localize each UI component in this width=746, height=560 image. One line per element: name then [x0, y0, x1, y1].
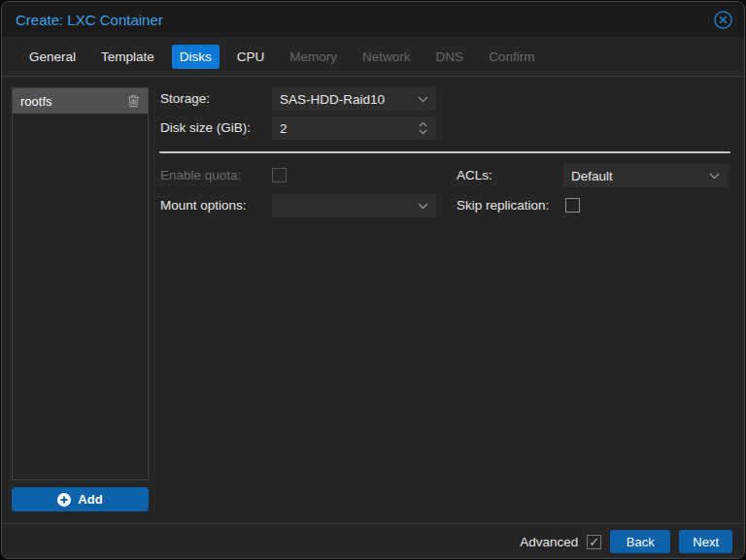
- add-button[interactable]: Add: [12, 487, 149, 511]
- mount-options-select[interactable]: [272, 194, 436, 217]
- enable-quota-label: Enable quota:: [160, 164, 241, 187]
- skip-replication-label: Skip replication:: [457, 194, 549, 217]
- tab-memory: Memory: [282, 45, 345, 69]
- tab-network: Network: [355, 45, 419, 69]
- chevron-down-icon: [709, 173, 720, 180]
- dialog-header: Create: LXC Container: [2, 2, 744, 37]
- next-button[interactable]: Next: [679, 530, 732, 553]
- disk-size-value: 2: [280, 121, 418, 136]
- list-item-rootfs[interactable]: rootfs: [13, 88, 148, 114]
- form-divider: [159, 151, 730, 153]
- dialog-title: Create: LXC Container: [16, 12, 163, 28]
- trash-icon[interactable]: [127, 94, 140, 108]
- back-button-label: Back: [627, 535, 655, 549]
- tab-bar: General Template Disks CPU Memory Networ…: [2, 37, 744, 77]
- acls-value: Default: [571, 169, 709, 183]
- plus-circle-icon: [57, 493, 71, 507]
- create-lxc-container-dialog: Create: LXC Container General Template D…: [1, 1, 745, 559]
- storage-label: Storage:: [160, 87, 210, 111]
- mount-options-label: Mount options:: [160, 194, 247, 217]
- enable-quota-checkbox: [272, 168, 287, 182]
- tab-cpu[interactable]: CPU: [229, 45, 273, 69]
- tab-general[interactable]: General: [21, 45, 84, 69]
- acls-select[interactable]: Default: [563, 164, 728, 187]
- back-button[interactable]: Back: [610, 530, 670, 553]
- footer: Advanced ✓ Back Next: [520, 530, 732, 553]
- advanced-label: Advanced: [520, 535, 578, 549]
- tab-disks[interactable]: Disks: [172, 45, 220, 69]
- list-item-label: rootfs: [20, 94, 52, 109]
- footer-divider: [2, 523, 744, 524]
- chevron-down-icon: [418, 203, 428, 210]
- skip-replication-checkbox[interactable]: [565, 198, 580, 213]
- disk-size-label: Disk size (GiB):: [160, 116, 251, 140]
- disk-size-input[interactable]: 2: [272, 116, 436, 140]
- advanced-checkbox[interactable]: ✓: [587, 535, 601, 549]
- mountpoint-list: rootfs: [12, 87, 149, 480]
- tab-confirm: Confirm: [481, 45, 542, 69]
- acls-label: ACLs:: [457, 164, 492, 187]
- next-button-label: Next: [693, 535, 719, 549]
- add-button-label: Add: [78, 492, 102, 507]
- chevron-down-icon: [418, 96, 428, 103]
- storage-value: SAS-HDD-Raid10: [280, 92, 418, 107]
- check-icon: ✓: [589, 535, 599, 549]
- close-icon[interactable]: [713, 10, 733, 30]
- tab-dns: DNS: [428, 45, 472, 69]
- spinner-up-down-icon[interactable]: [418, 120, 428, 136]
- tab-template[interactable]: Template: [93, 45, 162, 69]
- storage-select[interactable]: SAS-HDD-Raid10: [272, 87, 436, 111]
